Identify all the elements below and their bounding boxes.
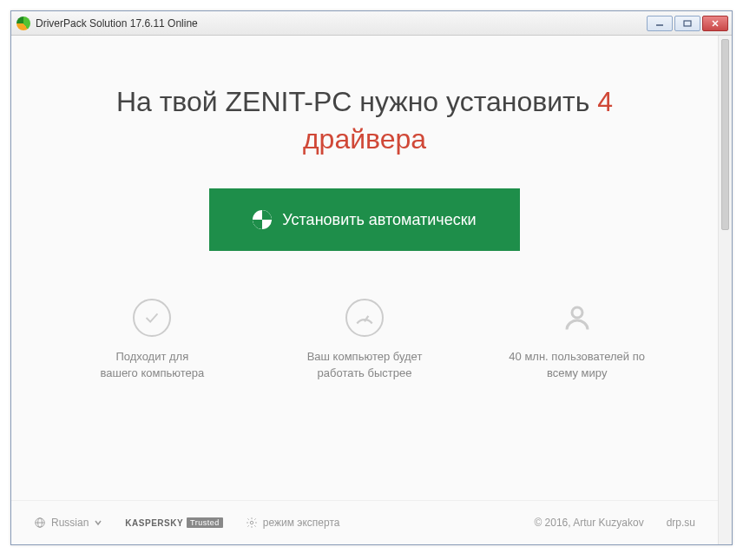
kaspersky-trusted: Trusted <box>187 517 223 528</box>
minimize-button[interactable] <box>647 16 673 31</box>
feature-users: 40 млн. пользователей по всему миру <box>470 299 683 380</box>
gear-icon <box>246 517 258 529</box>
titlebar: DriverPack Solution 17.6.11 Online <box>11 11 732 36</box>
site-link[interactable]: drp.su <box>667 517 695 529</box>
chevron-down-icon <box>94 518 102 527</box>
headline-word: драйвера <box>303 123 426 155</box>
headline-prefix: На твой <box>116 86 218 117</box>
language-selector[interactable]: Russian <box>34 517 102 529</box>
window-controls <box>647 16 728 31</box>
kaspersky-badge: KASPERSKY Trusted <box>125 517 222 528</box>
language-label: Russian <box>51 517 89 529</box>
svg-point-9 <box>250 521 253 524</box>
features-row: Подходит для вашего компьютера Ваш компь… <box>11 299 718 380</box>
main-content: На твой ZENIT-PC нужно установить 4 драй… <box>11 36 718 544</box>
scrollbar[interactable] <box>718 36 732 544</box>
feature-text-1b: вашего компьютера <box>55 366 250 381</box>
feature-text-3b: всему миру <box>479 366 674 381</box>
feature-text-2b: работать быстрее <box>267 366 463 381</box>
checkmark-icon <box>133 299 171 337</box>
user-icon <box>558 299 596 337</box>
client-area: На твой ZENIT-PC нужно установить 4 драй… <box>11 36 732 544</box>
feature-faster: Ваш компьютер будет работать быстрее <box>259 299 471 380</box>
headline: На твой ZENIT-PC нужно установить 4 драй… <box>11 83 718 158</box>
feature-text-1a: Подходит для <box>55 349 250 365</box>
feature-text-3a: 40 млн. пользователей по <box>479 349 674 365</box>
maximize-button[interactable] <box>674 16 700 31</box>
footer: Russian KASPERSKY Trusted режим эксперта… <box>11 500 718 544</box>
app-window: DriverPack Solution 17.6.11 Online На тв… <box>10 10 733 545</box>
svg-point-5 <box>572 307 582 318</box>
install-auto-button[interactable]: Установить автоматически <box>209 188 519 251</box>
feature-suitable: Подходит для вашего компьютера <box>46 299 259 380</box>
scrollbar-thumb[interactable] <box>721 39 729 230</box>
headline-middle: нужно установить <box>359 86 589 117</box>
install-icon <box>253 210 272 229</box>
app-icon <box>16 16 30 30</box>
expert-mode-label: режим эксперта <box>263 517 340 529</box>
cta-wrap: Установить автоматически <box>11 188 718 251</box>
feature-text-2a: Ваш компьютер будет <box>267 349 463 365</box>
kaspersky-label: KASPERSKY <box>125 518 183 528</box>
window-title: DriverPack Solution 17.6.11 Online <box>36 17 647 30</box>
svg-rect-1 <box>684 21 691 26</box>
copyright: © 2016, Artur Kuzyakov <box>534 517 643 529</box>
globe-icon <box>34 517 46 529</box>
gauge-icon <box>345 299 384 337</box>
close-button[interactable] <box>702 16 728 31</box>
headline-count: 4 <box>597 86 613 117</box>
install-auto-label: Установить автоматически <box>282 211 476 229</box>
expert-mode-button[interactable]: режим эксперта <box>246 517 340 529</box>
headline-pcname: ZENIT-PC <box>226 86 352 117</box>
